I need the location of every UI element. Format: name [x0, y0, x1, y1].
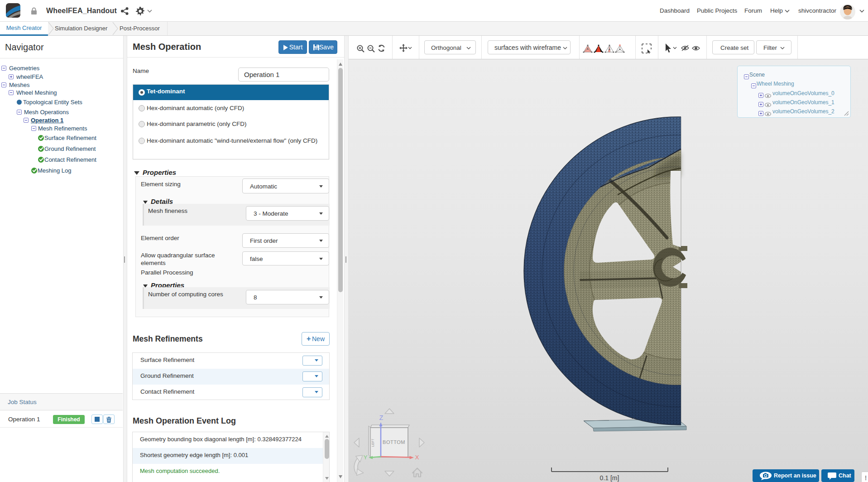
- svg-text:BOTTOM: BOTTOM: [383, 439, 405, 445]
- svg-text:LEFT: LEFT: [371, 439, 374, 447]
- svg-text:0.1 [m]: 0.1 [m]: [600, 474, 619, 482]
- svg-text:X: X: [415, 454, 419, 461]
- svg-text:Z: Z: [379, 414, 384, 421]
- svg-text:Y: Y: [364, 454, 368, 461]
